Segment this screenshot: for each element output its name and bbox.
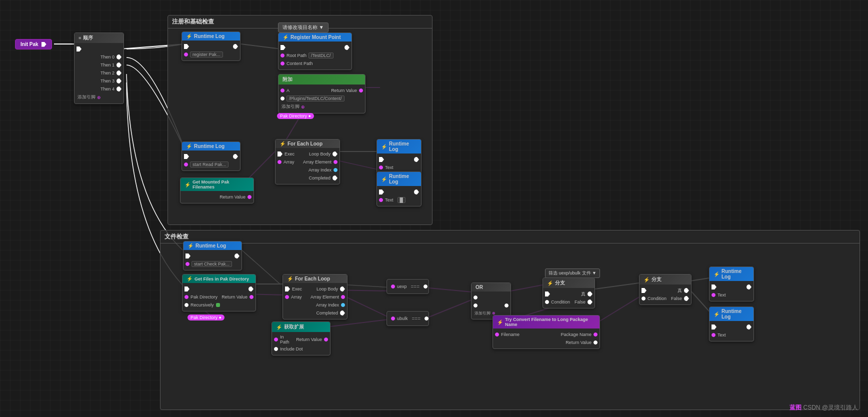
branch-2-node: ⚡ 分支 真 Condition False xyxy=(639,274,692,305)
branch1-false-pin xyxy=(588,300,592,304)
rmp-exec-in xyxy=(280,45,286,50)
append-b: /Plugins/TestDLC/Content/ xyxy=(278,94,365,102)
runtime-log-1-exec xyxy=(182,42,240,50)
rl4-exec xyxy=(377,188,421,196)
branch1-exec-in xyxy=(545,292,550,296)
branch1-header: ⚡ 分支 xyxy=(543,278,594,288)
append-header: 附加 xyxy=(278,74,365,84)
gfip-exec xyxy=(182,285,256,293)
fe2-index-pin xyxy=(341,303,345,307)
watermark: 蓝图 CSDN @灵境引路人 xyxy=(790,404,858,412)
rmp-rootpath-pin xyxy=(280,54,284,58)
rmp-root-path: Root Path /TestDLC/ xyxy=(278,52,352,60)
append-node: 附加 A Return Value /Plugins/TestDLC/Conte… xyxy=(278,74,366,114)
ubulk-node: ubulk === xyxy=(386,311,429,326)
append-return-pin xyxy=(359,88,363,92)
ubulk-out-pin xyxy=(424,316,428,320)
append-add-pin[interactable]: 添加引脚 ⊕ xyxy=(278,102,365,111)
runtime-log-1: ⚡ Runtime Log register Pak... xyxy=(182,32,240,61)
fe2-header: ⚡ For Each Loop xyxy=(283,274,347,283)
fe1-completed-pin xyxy=(332,176,338,180)
rl2-exec xyxy=(182,152,240,160)
rl1-exec-in xyxy=(184,44,189,49)
branch1-cond-pin xyxy=(545,300,549,304)
rlf1-text-pin xyxy=(712,293,716,297)
ge-return-pin xyxy=(324,338,328,342)
rl2-exec-in xyxy=(184,154,189,159)
fe1-exec: Exec Loop Body xyxy=(276,150,340,158)
runtime-log-bottom-1: ⚡ Runtime Log start Check Pak... xyxy=(183,241,242,270)
then0-pin xyxy=(116,54,122,60)
sequence-icon: ≡ xyxy=(78,36,81,40)
gfip-header: ⚡ Get Files in Pak Directory xyxy=(182,274,256,283)
get-mounted-return-pin xyxy=(248,195,252,199)
rlf1-exec-in xyxy=(712,284,716,290)
fe1-loop-body-pin xyxy=(332,152,338,156)
branch2-true-pin xyxy=(684,288,689,293)
rl3-exec xyxy=(377,156,421,164)
branch2-exec-in xyxy=(642,288,646,293)
fe1-index-pin xyxy=(334,168,338,172)
runtime-log-1-header: ⚡ Runtime Log xyxy=(182,32,240,40)
rl2-text: start Read Pak... xyxy=(182,160,240,168)
or-out-pin xyxy=(504,304,508,308)
uexp-row: uexp === xyxy=(389,282,426,290)
rlf1-exec-out xyxy=(746,284,752,290)
gfip-pakdir-pin xyxy=(184,295,188,299)
append-b-pin xyxy=(280,96,284,100)
then3-row: Then 3 xyxy=(74,77,124,85)
then1-row: Then 1 xyxy=(74,61,124,69)
ge-dot-pin xyxy=(274,347,278,351)
or-header: OR xyxy=(472,283,510,292)
ubulk-row: ubulk === xyxy=(389,314,426,322)
fe1-index-row: Array Index xyxy=(276,166,340,174)
gfip-recursively: Recursively xyxy=(182,301,256,309)
init-pak-label: Init Pak xyxy=(20,42,38,47)
fe2-loop-body xyxy=(340,286,345,292)
ge-inpath: In Path Return Value xyxy=(272,334,330,345)
fe1-exec-in xyxy=(278,152,282,156)
bottom-panel-title: 文件检查 xyxy=(160,230,860,244)
project-name-badge: 请修改项目名称 ▼ xyxy=(278,22,328,32)
ge-inpath-pin xyxy=(274,338,278,342)
add-pin-button[interactable]: 添加引脚 ⊕ xyxy=(74,93,124,102)
fe2-array: Array Array Element xyxy=(283,293,347,301)
fe2-array-pin xyxy=(285,295,289,299)
then2-pin xyxy=(116,70,122,76)
tc-filename-pin xyxy=(495,332,499,336)
init-pak-node: Init Pak xyxy=(15,39,52,50)
branch1-exec: 真 xyxy=(543,290,594,298)
rl2-exec-out xyxy=(233,154,238,159)
get-mounted-pak-node: ⚡ Get Mounted Pak Filenames Return Value xyxy=(180,178,254,204)
tc-filename: Filename Package Name xyxy=(493,330,600,338)
tc-pkgname-pin xyxy=(594,332,598,336)
for-each-1-header: ⚡ For Each Loop xyxy=(276,140,340,148)
rmp-exec-out xyxy=(344,45,350,50)
then2-row: Then 2 xyxy=(74,69,124,77)
filter-badge: 筛选 uexp/ubulk 文件 ▼ xyxy=(545,268,600,278)
then3-pin xyxy=(116,78,122,84)
runtime-log-final-2: ⚡ Runtime Log Text xyxy=(709,306,754,342)
pak-dir-badge-bottom: Pak Directory ● xyxy=(188,314,224,320)
fe2-element-pin xyxy=(341,295,345,299)
for-each-loop-2: ⚡ For Each Loop Exec Loop Body Array Arr… xyxy=(282,274,348,320)
fe2-completed-pin xyxy=(340,310,345,316)
fe1-element-out xyxy=(334,160,338,164)
fe1-completed-row: Completed xyxy=(276,174,340,182)
watermark-text: CSDN @灵境引路人 xyxy=(803,404,858,411)
then4-row: Then 4 xyxy=(74,85,124,93)
uexp-node: uexp === xyxy=(386,279,429,294)
gfip-return-pin xyxy=(250,295,254,299)
rlf2-exec-out xyxy=(746,324,752,330)
rlb1-header: ⚡ Runtime Log xyxy=(184,242,242,250)
rlf2-text: Text xyxy=(710,331,754,339)
or-a-row xyxy=(472,294,510,302)
gfip-exec-in xyxy=(184,286,190,292)
rl4-exec-out xyxy=(414,190,419,194)
branch-1-node: ⚡ 分支 真 Condition False xyxy=(542,278,595,308)
branch1-true-pin xyxy=(588,292,592,296)
gfip-exec-out xyxy=(248,286,254,292)
runtime-log-4: ⚡ Runtime Log Text █ xyxy=(376,172,422,206)
rlf1-text: Text xyxy=(710,291,754,299)
uexp-out-pin xyxy=(424,284,428,288)
